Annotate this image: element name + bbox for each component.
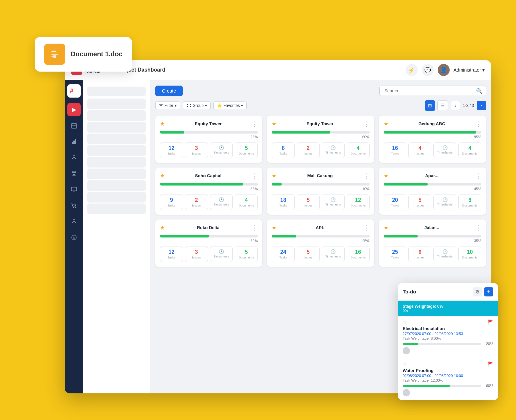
project-card: ★ Equity Tower ⋮ 60% 8Tasks 2Issues 🕐Tim… — [267, 116, 374, 163]
favorites-button[interactable]: ⭐ Favorites ▾ — [213, 101, 247, 110]
doc-tooltip: ≡ Document 1.doc — [35, 37, 132, 72]
todo-item-weight: Task Weightage: 8.00% — [403, 336, 493, 340]
sidebar-item-monitor[interactable] — [67, 183, 81, 196]
more-options-icon[interactable]: ⋮ — [475, 120, 481, 128]
page-title: Project Dashboard — [118, 67, 402, 73]
todo-item-avatar — [403, 389, 410, 396]
todo-item-name: Electrical Instalation — [403, 326, 493, 331]
stage-badge: Stage Weightage: 0% 0% — [398, 301, 498, 316]
group-button[interactable]: Group ▾ — [183, 101, 211, 110]
project-card: ★ Jalan... ⋮ 35% 25Tasks 6Issues 🕐Timesh… — [379, 219, 486, 267]
card-title: Jalan... — [388, 225, 475, 230]
sidebar-item-contacts[interactable] — [67, 151, 81, 164]
star-icon[interactable]: ★ — [384, 224, 388, 231]
card-title: Equity Tower — [276, 121, 363, 126]
svg-rect-2 — [51, 53, 58, 53]
stage-pct: 0% — [403, 309, 493, 313]
more-options-icon[interactable]: ⋮ — [252, 172, 258, 180]
create-button[interactable]: Create — [155, 86, 183, 96]
svg-point-23 — [75, 207, 76, 208]
card-title: Apar... — [388, 173, 475, 178]
card-title: Equity Tower — [165, 121, 252, 126]
svg-point-24 — [73, 219, 75, 221]
more-options-icon[interactable]: ⋮ — [364, 172, 370, 180]
projects-grid: ★ Equity Tower ⋮ 25% 12Tasks 3Issues 🕐Ti… — [155, 116, 486, 267]
todo-header: To-do ⚙ + — [398, 283, 498, 301]
card-title: Ruko Delta — [165, 225, 252, 230]
svg-point-22 — [73, 207, 74, 208]
svg-rect-13 — [73, 141, 75, 144]
card-title: Gedung ABC — [388, 121, 475, 126]
doc-icon: ≡ — [44, 44, 65, 65]
doc-name: Document 1.doc — [71, 50, 123, 58]
nav-menu — [83, 80, 150, 393]
project-card: ★ Ruko Delta ⋮ 50% 12Tasks 3Issues 🕐Time… — [155, 219, 262, 267]
star-icon[interactable]: ★ — [384, 121, 388, 127]
sidebar-item-print[interactable] — [67, 167, 81, 180]
todo-item-progress: 20% — [484, 342, 493, 346]
todo-flag-icon: 🚩 — [488, 361, 493, 367]
sidebar-logo: # — [67, 84, 81, 98]
project-card: ★ Gedung ABC ⋮ 95% 16Tasks 4Issues 🕐Time… — [379, 116, 486, 163]
svg-point-30 — [190, 106, 191, 107]
sidebar-item-cart[interactable] — [67, 199, 81, 212]
todo-star-icon[interactable]: ☆ — [403, 361, 407, 367]
star-icon[interactable]: ★ — [272, 121, 276, 127]
more-options-icon[interactable]: ⋮ — [252, 120, 258, 128]
todo-item-progress: 60% — [484, 384, 493, 388]
sidebar-item-chart[interactable] — [67, 135, 81, 148]
todo-item[interactable]: ☆ 🚩 Water Proofing 02/08/2020 07:00 - 09… — [398, 358, 498, 400]
list-view-button[interactable]: ☰ — [437, 100, 448, 111]
star-icon[interactable]: ★ — [160, 173, 165, 179]
chat-icon[interactable]: 💬 — [422, 64, 434, 76]
search-input[interactable] — [379, 86, 486, 96]
svg-point-27 — [187, 104, 188, 105]
grid-view-button[interactable]: ⊞ — [425, 100, 435, 111]
search-icon[interactable]: 🔍 — [476, 88, 483, 94]
todo-add-button[interactable]: + — [484, 287, 493, 296]
more-options-icon[interactable]: ⋮ — [364, 120, 370, 128]
user-menu[interactable]: Administrator ▾ — [454, 67, 485, 73]
todo-item[interactable]: ☆ 🚩 Electrical Instalation 27/07/2020 07… — [398, 316, 498, 358]
sidebar-item-coins[interactable]: $ — [67, 231, 81, 244]
prev-page-button[interactable]: ‹ — [451, 101, 460, 110]
project-card: ★ Equity Tower ⋮ 25% 12Tasks 3Issues 🕐Ti… — [155, 116, 262, 163]
sidebar: # ▶ — [65, 80, 83, 393]
todo-panel: To-do ⚙ + Stage Weightage: 0% 0% ☆ 🚩 Ele… — [398, 283, 498, 400]
project-card: ★ Apar... ⋮ 45% 20Tasks 5Issues 🕐Timeshe… — [379, 168, 486, 215]
card-title: APL — [276, 225, 363, 230]
lightning-icon[interactable]: ⚡ — [406, 64, 418, 76]
svg-point-28 — [187, 106, 188, 107]
todo-item-date: 02/08/2020 07:00 - 09/08/2020 16:00 — [403, 374, 493, 378]
more-options-icon[interactable]: ⋮ — [475, 172, 481, 180]
search-bar: 🔍 — [379, 86, 486, 96]
card-title: Mall Cakung — [276, 173, 363, 178]
todo-settings-button[interactable]: ⚙ — [473, 287, 482, 296]
star-icon[interactable]: ★ — [272, 173, 276, 179]
project-card: ★ Mall Cakung ⋮ 10% 18Tasks 5Issues 🕐Tim… — [267, 168, 374, 215]
star-icon[interactable]: ★ — [272, 224, 276, 231]
more-options-icon[interactable]: ⋮ — [252, 224, 258, 231]
star-icon[interactable]: ★ — [160, 121, 165, 127]
star-icon[interactable]: ★ — [160, 224, 165, 231]
todo-item-name: Water Proofing — [403, 368, 493, 373]
more-options-icon[interactable]: ⋮ — [364, 224, 370, 231]
sidebar-item-user[interactable] — [67, 215, 81, 228]
page-info: 1-3 / 3 — [461, 103, 475, 108]
svg-point-15 — [73, 156, 75, 158]
avatar[interactable]: 👤 — [438, 64, 450, 76]
sidebar-item-active[interactable]: ▶ — [67, 103, 81, 116]
filter-button[interactable]: Filter ▾ — [155, 101, 180, 110]
svg-rect-17 — [73, 171, 75, 173]
svg-rect-1 — [51, 51, 56, 52]
next-page-button[interactable]: › — [477, 101, 486, 110]
star-icon[interactable]: ★ — [384, 173, 388, 179]
sidebar-item-calendar[interactable] — [67, 119, 81, 132]
project-card: ★ APL ⋮ 25% 24Tasks 5Issues 🕐Timesheets … — [267, 219, 374, 267]
todo-title: To-do — [403, 289, 416, 294]
svg-rect-12 — [72, 142, 73, 144]
svg-text:$: $ — [73, 236, 75, 239]
svg-rect-8 — [71, 124, 77, 128]
todo-star-icon[interactable]: ☆ — [403, 319, 407, 325]
more-options-icon[interactable]: ⋮ — [475, 224, 481, 231]
